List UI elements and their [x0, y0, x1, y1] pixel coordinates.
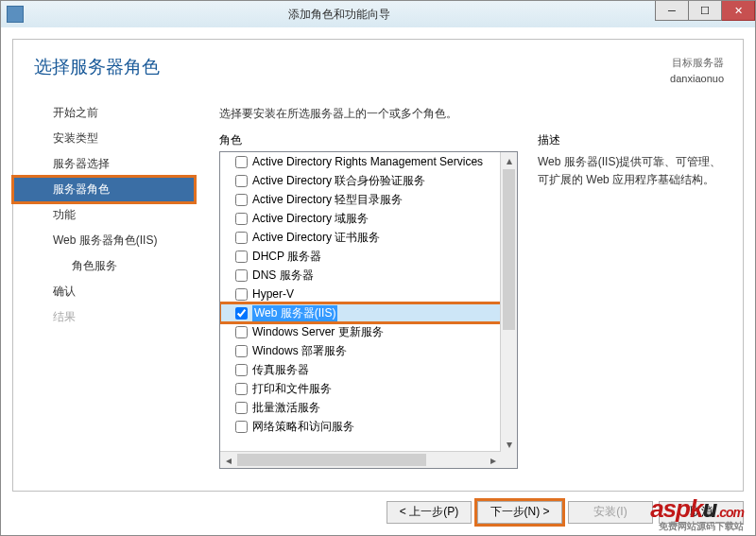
role-label: Active Directory 轻型目录服务	[252, 192, 403, 208]
role-item-11[interactable]: 传真服务器	[220, 360, 501, 379]
horizontal-scrollbar[interactable]: ◂ ▸	[220, 451, 501, 468]
title-bar: 添加角色和功能向导 ─ ☐ ✕	[1, 1, 755, 28]
role-item-8[interactable]: Web 服务器(IIS)	[220, 303, 501, 322]
role-label: Active Directory Rights Management Servi…	[252, 155, 483, 168]
role-label: 批量激活服务	[252, 400, 320, 416]
role-item-12[interactable]: 打印和文件服务	[220, 379, 501, 398]
target-server-name: danxiaonuo	[670, 71, 724, 87]
hscroll-thumb[interactable]	[237, 454, 426, 466]
role-item-9[interactable]: Windows Server 更新服务	[220, 322, 501, 341]
app-icon	[7, 6, 24, 23]
instruction-text: 选择要安装在所选服务器上的一个或多个角色。	[219, 106, 457, 122]
role-item-3[interactable]: Active Directory 域服务	[220, 209, 501, 228]
role-item-1[interactable]: Active Directory 联合身份验证服务	[220, 171, 501, 190]
roles-label: 角色	[219, 132, 242, 148]
client-area: 选择服务器角色 目标服务器 danxiaonuo 开始之前安装类型服务器选择服务…	[1, 27, 755, 535]
role-item-4[interactable]: Active Directory 证书服务	[220, 228, 501, 247]
role-label: Windows 部署服务	[252, 343, 347, 359]
vertical-scrollbar[interactable]: ▴ ▾	[500, 152, 517, 452]
window-buttons: ─ ☐ ✕	[655, 1, 755, 27]
wizard-nav: 开始之前安装类型服务器选择服务器角色功能Web 服务器角色(IIS)角色服务确认…	[13, 100, 195, 330]
role-label: Hyper-V	[252, 287, 294, 301]
role-label: 网络策略和访问服务	[252, 419, 354, 435]
role-label: 传真服务器	[252, 362, 309, 378]
role-checkbox[interactable]	[235, 232, 248, 244]
description-text: Web 服务器(IIS)提供可靠、可管理、可扩展的 Web 应用程序基础结构。	[538, 153, 724, 189]
next-button[interactable]: 下一步(N) >	[477, 501, 562, 524]
role-label: DNS 服务器	[252, 268, 314, 284]
roles-list-inner: Active Directory Rights Management Servi…	[220, 152, 501, 452]
role-item-7[interactable]: Hyper-V	[220, 285, 501, 303]
role-label: Active Directory 联合身份验证服务	[252, 173, 425, 189]
scroll-up-icon[interactable]: ▴	[501, 152, 517, 168]
nav-item-2[interactable]: 服务器选择	[13, 151, 195, 177]
role-checkbox[interactable]	[235, 364, 248, 376]
nav-item-5[interactable]: Web 服务器角色(IIS)	[13, 228, 195, 253]
nav-item-7[interactable]: 确认	[13, 279, 195, 304]
role-item-5[interactable]: DHCP 服务器	[220, 247, 501, 266]
role-label: Windows Server 更新服务	[252, 324, 384, 340]
role-checkbox[interactable]	[235, 194, 248, 206]
role-item-14[interactable]: 网络策略和访问服务	[220, 417, 501, 436]
install-button[interactable]: 安装(I)	[568, 501, 653, 524]
nav-item-0[interactable]: 开始之前	[13, 100, 195, 126]
role-label: DHCP 服务器	[252, 249, 321, 265]
role-label: 打印和文件服务	[252, 381, 332, 397]
previous-button[interactable]: < 上一步(P)	[387, 501, 472, 524]
vscroll-thumb[interactable]	[503, 169, 515, 330]
description-label: 描述	[538, 132, 560, 148]
role-checkbox[interactable]	[235, 175, 248, 187]
role-item-6[interactable]: DNS 服务器	[220, 266, 501, 285]
maximize-button[interactable]: ☐	[689, 1, 722, 21]
role-item-13[interactable]: 批量激活服务	[220, 398, 501, 417]
role-checkbox[interactable]	[235, 326, 248, 338]
role-checkbox[interactable]	[235, 307, 248, 320]
role-item-10[interactable]: Windows 部署服务	[220, 341, 501, 360]
role-item-0[interactable]: Active Directory Rights Management Servi…	[220, 152, 501, 171]
close-button[interactable]: ✕	[722, 1, 755, 21]
nav-item-1[interactable]: 安装类型	[13, 126, 195, 151]
scroll-left-icon[interactable]: ◂	[220, 452, 236, 468]
wizard-footer: < 上一步(P) 下一步(N) > 安装(I) 取消	[12, 496, 744, 527]
role-checkbox[interactable]	[235, 251, 248, 263]
scroll-down-icon[interactable]: ▾	[501, 436, 517, 452]
role-checkbox[interactable]	[235, 383, 248, 395]
role-label: Web 服务器(IIS)	[252, 305, 337, 321]
role-checkbox[interactable]	[235, 402, 248, 414]
scrollbar-corner	[501, 452, 517, 468]
page-heading: 选择服务器角色	[34, 55, 160, 79]
scroll-right-icon[interactable]: ▸	[485, 452, 501, 468]
nav-item-6[interactable]: 角色服务	[13, 253, 195, 279]
roles-listbox: Active Directory Rights Management Servi…	[219, 151, 518, 469]
role-item-2[interactable]: Active Directory 轻型目录服务	[220, 190, 501, 209]
nav-item-4[interactable]: 功能	[13, 202, 195, 228]
wizard-window: 添加角色和功能向导 ─ ☐ ✕ 选择服务器角色 目标服务器 danxiaonuo…	[0, 0, 756, 536]
cancel-button[interactable]: 取消	[659, 501, 744, 524]
role-label: Active Directory 证书服务	[252, 230, 380, 246]
nav-item-3[interactable]: 服务器角色	[13, 177, 195, 202]
role-checkbox[interactable]	[235, 213, 248, 225]
role-checkbox[interactable]	[235, 156, 248, 168]
target-server-label: 目标服务器	[670, 55, 724, 71]
role-checkbox[interactable]	[235, 269, 248, 282]
role-label: Active Directory 域服务	[252, 211, 369, 227]
role-checkbox[interactable]	[235, 345, 248, 357]
role-checkbox[interactable]	[235, 421, 248, 433]
nav-item-8: 结果	[13, 304, 195, 330]
minimize-button[interactable]: ─	[655, 1, 689, 21]
role-checkbox[interactable]	[235, 288, 248, 301]
window-title: 添加角色和功能向导	[24, 7, 655, 23]
content-frame: 选择服务器角色 目标服务器 danxiaonuo 开始之前安装类型服务器选择服务…	[12, 39, 744, 492]
target-server-info: 目标服务器 danxiaonuo	[670, 55, 724, 86]
